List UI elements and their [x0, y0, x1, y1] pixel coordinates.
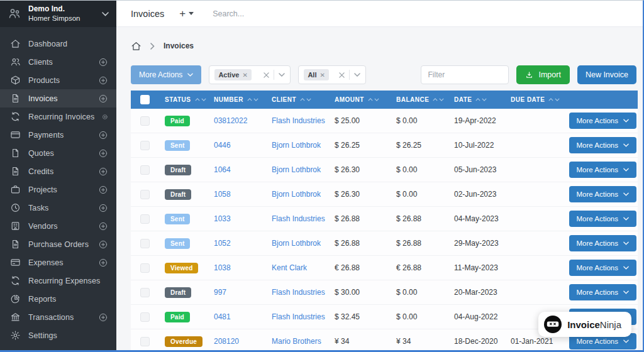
table-row[interactable]: Viewed 1038 Kent Clark € 26.88 € 26.88 1… — [131, 256, 638, 280]
row-more-actions-button[interactable]: More Actions — [569, 137, 636, 153]
chip-remove-icon[interactable]: ✕ — [319, 72, 325, 79]
new-invoice-button[interactable]: New Invoice — [577, 65, 636, 84]
invoice-number-link[interactable]: 0481 — [214, 312, 231, 321]
filter-input[interactable] — [421, 65, 509, 84]
chevron-down-icon[interactable] — [354, 73, 360, 77]
row-checkbox[interactable] — [140, 263, 150, 273]
column-header-client[interactable]: CLIENT — [265, 96, 328, 103]
chevron-down-icon[interactable] — [102, 12, 109, 16]
client-link[interactable]: Flash Industries — [272, 312, 325, 321]
column-header-status[interactable]: STATUS — [158, 96, 208, 103]
client-link[interactable]: Bjorn Lothbrok — [272, 165, 321, 174]
invoiceninja-logo[interactable]: InvoiceNinja — [538, 312, 631, 337]
row-more-actions-button[interactable]: More Actions — [569, 211, 636, 227]
sidebar-item-clients[interactable]: Clients — [0, 53, 116, 71]
add-circle-icon[interactable] — [98, 239, 108, 250]
column-header-amount[interactable]: AMOUNT — [328, 96, 390, 103]
invoice-number-link[interactable]: 208120 — [214, 337, 239, 346]
type-filter-select[interactable]: All ✕ — [298, 65, 366, 84]
table-row[interactable]: Draft 997 Flash Industries $ 30.00 $ 0.0… — [131, 280, 638, 305]
sidebar-item-payments[interactable]: Payments — [0, 126, 116, 144]
bulk-more-actions-button[interactable]: More Actions — [131, 65, 201, 84]
add-circle-icon[interactable] — [98, 221, 108, 231]
row-checkbox[interactable] — [140, 165, 150, 175]
row-more-actions-button[interactable]: More Actions — [569, 235, 636, 251]
sidebar-item-settings[interactable]: Settings — [0, 326, 116, 344]
table-row[interactable]: Sent 0446 Bjorn Lothbrok $ 26.25 $ 26.25… — [131, 133, 638, 158]
add-circle-icon[interactable] — [102, 112, 108, 122]
sidebar-item-dashboard[interactable]: Dashboard — [0, 35, 116, 53]
import-button[interactable]: Import — [516, 65, 569, 84]
row-checkbox[interactable] — [140, 116, 150, 126]
sidebar-item-quotes[interactable]: Quotes — [0, 144, 116, 162]
chevron-down-icon[interactable] — [279, 73, 285, 77]
clear-filter-icon[interactable] — [264, 72, 269, 78]
add-circle-icon[interactable] — [98, 57, 108, 67]
row-checkbox[interactable] — [140, 190, 150, 199]
add-circle-icon[interactable] — [98, 312, 108, 322]
client-link[interactable]: Bjorn Lothbrok — [272, 190, 321, 199]
add-circle-icon[interactable] — [108, 276, 108, 286]
add-circle-icon[interactable] — [98, 130, 108, 140]
table-row[interactable]: Draft 1064 Bjorn Lothbrok $ 26.30 $ 0.00… — [131, 158, 638, 182]
column-header-balance[interactable]: BALANCE — [390, 96, 448, 103]
column-header-due-date[interactable]: DUE DATE — [504, 96, 565, 103]
add-circle-icon[interactable] — [98, 94, 108, 104]
client-link[interactable]: Mario Brothers — [272, 337, 321, 346]
clear-filter-icon[interactable] — [339, 72, 345, 78]
column-header-date[interactable]: DATE — [448, 96, 504, 103]
sidebar-item-projects[interactable]: Projects — [0, 180, 116, 199]
table-row[interactable]: Paid 03812022 Flash Industries $ 25.00 $… — [131, 109, 638, 133]
invoice-number-link[interactable]: 1058 — [214, 190, 231, 199]
invoice-number-link[interactable]: 1064 — [214, 165, 231, 174]
client-link[interactable]: Flash Industries — [272, 288, 325, 297]
sidebar-item-tasks[interactable]: Tasks — [0, 199, 116, 217]
invoice-number-link[interactable]: 0446 — [214, 141, 231, 150]
client-link[interactable]: Bjorn Lothbrok — [272, 141, 321, 150]
table-row[interactable]: Draft 1058 Bjorn Lothbrok $ 26.30 $ 0.00… — [131, 182, 638, 207]
status-filter-select[interactable]: Active ✕ — [209, 65, 291, 84]
invoice-number-link[interactable]: 1033 — [214, 214, 231, 223]
select-all-checkbox[interactable] — [140, 95, 150, 104]
invoice-number-link[interactable]: 1038 — [214, 263, 231, 272]
row-more-actions-button[interactable]: More Actions — [569, 284, 636, 300]
sidebar-item-purchase-orders[interactable]: Purchase Orders — [0, 235, 116, 253]
row-checkbox[interactable] — [140, 141, 150, 150]
add-circle-icon[interactable] — [98, 203, 108, 213]
home-icon[interactable] — [131, 41, 142, 52]
invoice-number-link[interactable]: 1052 — [214, 239, 231, 248]
row-more-actions-button[interactable]: More Actions — [569, 260, 636, 276]
sidebar-item-recurring-expenses[interactable]: Recurring Expenses — [0, 272, 116, 290]
sidebar-item-products[interactable]: Products — [0, 71, 116, 89]
company-selector[interactable]: Demo Ind. Homer Simpson — [0, 1, 116, 27]
client-link[interactable]: Flash Industries — [272, 116, 325, 125]
row-checkbox[interactable] — [140, 214, 150, 224]
client-link[interactable]: Kent Clark — [272, 263, 307, 272]
row-more-actions-button[interactable]: More Actions — [569, 186, 636, 202]
add-circle-icon[interactable] — [98, 75, 108, 85]
sidebar-item-invoices[interactable]: Invoices — [0, 89, 116, 107]
client-link[interactable]: Bjorn Lothbrok — [272, 239, 321, 248]
row-more-actions-button[interactable]: More Actions — [569, 162, 636, 178]
add-circle-icon[interactable] — [98, 148, 108, 158]
add-circle-icon[interactable] — [98, 258, 108, 268]
sidebar-item-credits[interactable]: Credits — [0, 162, 116, 180]
sidebar-item-reports[interactable]: Reports — [0, 290, 116, 308]
table-row[interactable]: Sent 1052 Bjorn Lothbrok $ 26.88 $ 26.88… — [131, 231, 638, 256]
sidebar-item-vendors[interactable]: Vendors — [0, 217, 116, 235]
column-header-number[interactable]: NUMBER — [208, 96, 265, 103]
chip-remove-icon[interactable]: ✕ — [242, 72, 247, 79]
client-link[interactable]: Flash Industries — [272, 214, 325, 223]
row-more-actions-button[interactable]: More Actions — [569, 113, 636, 129]
sidebar-item-recurring-invoices[interactable]: Recurring Invoices — [0, 107, 116, 126]
add-circle-icon[interactable] — [98, 185, 108, 195]
add-circle-icon[interactable] — [98, 167, 108, 177]
invoice-number-link[interactable]: 03812022 — [214, 116, 247, 125]
row-checkbox[interactable] — [140, 337, 150, 346]
quick-add-button[interactable]: + — [179, 8, 194, 19]
row-checkbox[interactable] — [140, 312, 150, 322]
sidebar-item-expenses[interactable]: Expenses — [0, 253, 116, 272]
row-checkbox[interactable] — [140, 239, 150, 248]
row-checkbox[interactable] — [140, 288, 150, 297]
invoice-number-link[interactable]: 997 — [214, 288, 226, 297]
